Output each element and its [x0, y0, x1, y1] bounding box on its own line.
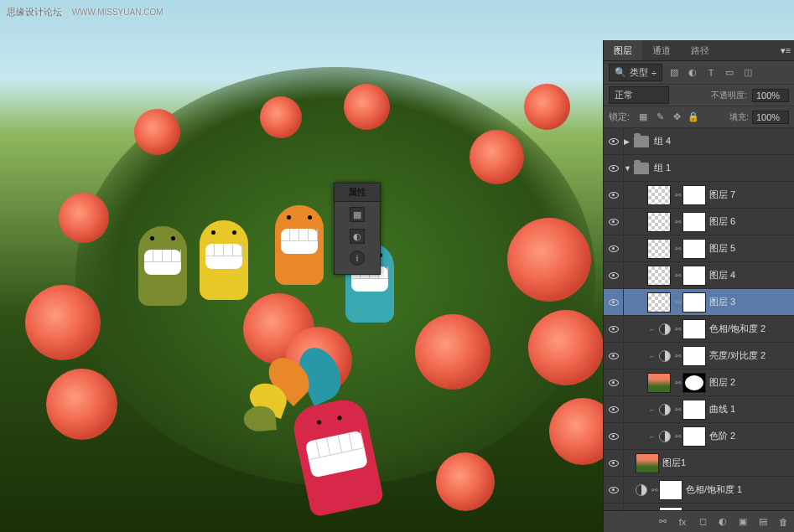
filter-smart-icon[interactable]: ◫ — [741, 66, 755, 80]
filter-pixel-icon[interactable]: ▧ — [667, 66, 681, 80]
layer-thumb[interactable] — [647, 292, 671, 312]
layer-row-9[interactable]: ⚯图层 2 — [604, 369, 794, 396]
filter-kind-select[interactable]: 🔍 类型 ÷ — [609, 64, 662, 81]
layer-name[interactable]: 图层 2 — [709, 376, 735, 389]
layer-style-icon[interactable]: fx — [677, 516, 688, 528]
layer-row-10[interactable]: ⌐⚯曲线 1 — [604, 396, 794, 423]
visibility-toggle[interactable] — [604, 209, 624, 235]
mask-thumb[interactable] — [659, 480, 682, 500]
visibility-toggle[interactable] — [604, 182, 624, 208]
clip-icon: ⌐ — [647, 432, 657, 441]
layer-name[interactable]: 色相/饱和度 2 — [709, 323, 765, 335]
mask-thumb[interactable] — [682, 346, 706, 366]
tab-paths[interactable]: 路径 — [681, 40, 719, 60]
layer-row-12[interactable]: 图层1 — [604, 450, 794, 477]
layer-row-4[interactable]: ⚯图层 5 — [604, 235, 794, 262]
visibility-toggle[interactable] — [604, 396, 624, 422]
layer-thumb[interactable] — [647, 212, 671, 232]
layer-name[interactable]: 图层 3 — [709, 296, 735, 308]
new-group-icon[interactable]: ▣ — [737, 516, 749, 528]
blend-mode-select[interactable]: 正常 — [609, 86, 669, 104]
layer-thumb[interactable] — [647, 373, 671, 393]
layer-name[interactable]: 色相/饱和度 1 — [686, 483, 742, 496]
layer-row-3[interactable]: ⚯图层 6 — [604, 209, 794, 235]
tab-channels[interactable]: 通道 — [642, 40, 681, 60]
layer-row-11[interactable]: ⌐⚯色阶 2 — [604, 423, 794, 450]
layer-name[interactable]: 图层 6 — [709, 215, 735, 228]
visibility-toggle[interactable] — [604, 477, 624, 503]
fill-input[interactable]: 100% — [752, 111, 789, 124]
layer-row-13[interactable]: ⚯色相/饱和度 1 — [604, 477, 794, 504]
filter-shape-icon[interactable]: ▭ — [723, 66, 736, 80]
lock-position-icon[interactable]: ✥ — [670, 111, 683, 124]
mask-thumb[interactable] — [682, 426, 706, 447]
layer-row-0[interactable]: ▶组 4 — [604, 128, 794, 155]
visibility-toggle[interactable] — [604, 504, 624, 510]
layer-row-14[interactable]: ⚯色阶 1 — [604, 504, 794, 510]
adjustment-layer-icon[interactable]: ◐ — [717, 516, 729, 528]
adjustment-icon — [636, 484, 647, 496]
layer-name[interactable]: 组 4 — [654, 135, 671, 147]
properties-panel[interactable]: 属性 ▦ ◐ i — [334, 183, 381, 275]
visibility-toggle[interactable] — [604, 155, 624, 181]
layer-row-7[interactable]: ⌐⚯色相/饱和度 2 — [604, 316, 794, 343]
layer-name[interactable]: 图层 4 — [709, 269, 735, 281]
panel-menu-icon[interactable]: ▾≡ — [777, 40, 794, 60]
lock-pixels-icon[interactable]: ✎ — [653, 111, 667, 124]
mask-thumb[interactable] — [682, 400, 706, 420]
visibility-toggle[interactable] — [604, 343, 624, 369]
visibility-toggle[interactable] — [604, 450, 624, 476]
layer-filter-row: 🔍 类型 ÷ ▧ ◐ T ▭ ◫ — [604, 61, 794, 85]
layers-list[interactable]: ▶组 4▼组 1⚯图层 7⚯图层 6⚯图层 5⚯图层 4⚯图层 3⌐⚯色相/饱和… — [604, 128, 794, 510]
layer-thumb[interactable] — [636, 453, 659, 473]
layer-row-6[interactable]: ⚯图层 3 — [604, 289, 794, 316]
layer-name[interactable]: 曲线 1 — [709, 403, 735, 416]
layer-row-2[interactable]: ⚯图层 7 — [604, 182, 794, 209]
filter-type-icon[interactable]: T — [704, 66, 718, 80]
layer-row-1[interactable]: ▼组 1 — [604, 155, 794, 182]
layer-name[interactable]: 图层 5 — [709, 242, 735, 255]
link-layers-icon[interactable]: ⚯ — [656, 516, 668, 528]
visibility-toggle[interactable] — [604, 316, 624, 342]
layer-name[interactable]: 亮度/对比度 2 — [709, 349, 765, 362]
visibility-toggle[interactable] — [604, 423, 624, 449]
layer-thumb[interactable] — [647, 185, 671, 205]
mask-thumb[interactable] — [682, 319, 706, 339]
layer-name[interactable]: 色阶 2 — [709, 430, 735, 442]
clip-icon: ⌐ — [647, 352, 657, 360]
watermark-url: WWW.MISSYUAN.COM — [72, 8, 163, 17]
info-icon[interactable]: i — [350, 251, 365, 266]
clip-icon: ⌐ — [647, 325, 657, 333]
layer-thumb[interactable] — [647, 266, 671, 286]
mask-density-icon[interactable]: ▦ — [350, 207, 365, 222]
mask-thumb[interactable] — [682, 212, 706, 232]
mask-thumb[interactable] — [682, 185, 706, 205]
layer-row-8[interactable]: ⌐⚯亮度/对比度 2 — [604, 343, 794, 369]
visibility-toggle[interactable] — [604, 289, 624, 315]
visibility-toggle[interactable] — [604, 235, 624, 261]
new-layer-icon[interactable]: ▤ — [757, 516, 769, 528]
delete-layer-icon[interactable]: 🗑 — [777, 516, 789, 528]
mask-thumb[interactable] — [682, 292, 706, 312]
disclosure-icon[interactable]: ▼ — [624, 164, 634, 173]
lock-all-icon[interactable]: 🔒 — [687, 111, 700, 124]
opacity-input[interactable]: 100% — [752, 89, 789, 102]
layer-mask-icon[interactable]: ◻ — [697, 516, 708, 528]
filter-adjustment-icon[interactable]: ◐ — [686, 66, 699, 80]
link-icon: ⚯ — [674, 352, 682, 360]
layer-name[interactable]: 图层1 — [662, 457, 686, 469]
mask-thumb[interactable] — [682, 266, 706, 286]
layer-name[interactable]: 图层 7 — [709, 189, 735, 201]
layer-name[interactable]: 组 1 — [654, 162, 671, 174]
layer-row-5[interactable]: ⚯图层 4 — [604, 262, 794, 289]
visibility-toggle[interactable] — [604, 262, 624, 288]
disclosure-icon[interactable]: ▶ — [624, 137, 634, 146]
layer-thumb[interactable] — [647, 239, 671, 259]
tab-layers[interactable]: 图层 — [604, 40, 642, 60]
mask-thumb[interactable] — [682, 239, 706, 259]
mask-feather-icon[interactable]: ◐ — [350, 229, 365, 244]
mask-thumb[interactable] — [682, 373, 706, 393]
visibility-toggle[interactable] — [604, 128, 624, 154]
lock-transparency-icon[interactable]: ▦ — [636, 111, 650, 124]
visibility-toggle[interactable] — [604, 369, 624, 395]
